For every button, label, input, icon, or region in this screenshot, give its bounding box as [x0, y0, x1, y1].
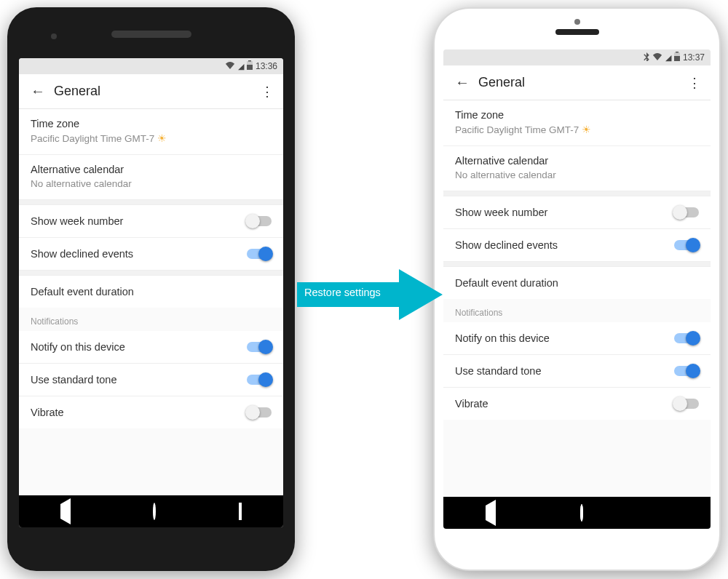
phone-frame-left: ◢ 13:36 ← General ⋮ Time zone Pacific Da… [7, 7, 295, 571]
page-title: General [478, 75, 686, 90]
section-gap [443, 261, 711, 267]
nav-back-icon[interactable] [486, 506, 496, 521]
battery-icon [247, 60, 253, 72]
setting-title: Show declined events [455, 239, 558, 251]
nav-home-icon[interactable] [580, 506, 583, 521]
setting-value: Pacific Daylight Time GMT-7 ☀ [31, 132, 272, 144]
toggle-vibrate[interactable] [674, 399, 699, 409]
wifi-icon [225, 61, 235, 71]
setting-title: Notify on this device [31, 341, 125, 353]
setting-standard-tone[interactable]: Use standard tone [19, 364, 283, 396]
wifi-icon [652, 52, 662, 63]
restore-arrow: Restore settings [290, 269, 443, 320]
nav-home-icon[interactable] [153, 504, 156, 519]
sun-icon: ☀ [157, 133, 167, 144]
phone-frame-right: ◢ 13:37 ← General ⋮ Time zone Pacific Da… [433, 7, 721, 571]
section-header-notifications: Notifications [19, 308, 283, 331]
toggle-standard-tone[interactable] [674, 366, 699, 376]
nav-bar [443, 497, 711, 529]
back-icon[interactable]: ← [451, 74, 474, 91]
toggle-vibrate[interactable] [247, 407, 272, 418]
setting-title: Show week number [455, 207, 547, 218]
setting-timezone[interactable]: Time zone Pacific Daylight Time GMT-7 ☀ [443, 100, 711, 145]
setting-title: Vibrate [455, 398, 488, 410]
speaker-grille [555, 29, 599, 35]
toggle-week-number[interactable] [674, 207, 699, 217]
setting-title: Default event duration [31, 286, 272, 298]
speaker-grille [111, 31, 191, 38]
setting-title: Alternative calendar [455, 155, 699, 167]
app-bar: ← General ⋮ [443, 65, 711, 100]
cell-signal-icon: ◢ [238, 62, 244, 71]
page-title: General [54, 84, 258, 99]
status-bar: ◢ 13:37 [443, 49, 711, 65]
settings-list[interactable]: Time zone Pacific Daylight Time GMT-7 ☀ … [443, 100, 711, 497]
status-bar: ◢ 13:36 [19, 58, 283, 74]
toggle-week-number[interactable] [247, 216, 272, 226]
svg-rect-2 [248, 60, 251, 62]
setting-title: Show declined events [31, 248, 133, 260]
toggle-notify-device[interactable] [674, 333, 699, 343]
svg-rect-5 [676, 52, 678, 53]
setting-title: Show week number [31, 215, 123, 227]
section-gap [19, 199, 283, 205]
front-camera [51, 33, 57, 39]
setting-declined-events[interactable]: Show declined events [19, 238, 283, 270]
section-gap [19, 270, 283, 276]
toggle-notify-device[interactable] [247, 342, 272, 352]
section-header-notifications: Notifications [443, 299, 711, 322]
setting-title: Use standard tone [455, 365, 542, 377]
setting-alt-calendar[interactable]: Alternative calendar No alternative cale… [19, 155, 283, 199]
front-camera [574, 19, 580, 25]
settings-list[interactable]: Time zone Pacific Daylight Time GMT-7 ☀ … [19, 109, 283, 495]
setting-notify-device[interactable]: Notify on this device [19, 331, 283, 363]
app-bar: ← General ⋮ [19, 74, 283, 109]
arrow-label: Restore settings [304, 287, 381, 298]
overflow-menu-icon[interactable]: ⋮ [686, 75, 703, 91]
toggle-declined-events[interactable] [247, 249, 272, 259]
overflow-menu-icon[interactable]: ⋮ [258, 84, 276, 100]
section-gap [443, 191, 711, 196]
nav-back-icon[interactable] [60, 504, 71, 519]
setting-value: No alternative calendar [31, 178, 272, 189]
battery-icon [674, 52, 680, 63]
setting-notify-device[interactable]: Notify on this device [443, 322, 711, 354]
status-time: 13:37 [683, 52, 705, 63]
bluetooth-icon [644, 52, 649, 63]
toggle-declined-events[interactable] [674, 240, 699, 250]
status-time: 13:36 [256, 61, 277, 71]
svg-rect-1 [247, 65, 253, 70]
setting-value: No alternative calendar [455, 169, 699, 180]
setting-title: Use standard tone [31, 374, 117, 386]
setting-default-duration[interactable]: Default event duration [443, 267, 711, 299]
setting-timezone[interactable]: Time zone Pacific Daylight Time GMT-7 ☀ [19, 109, 283, 154]
setting-week-number[interactable]: Show week number [19, 205, 283, 237]
toggle-standard-tone[interactable] [247, 375, 272, 385]
setting-vibrate[interactable]: Vibrate [19, 396, 283, 428]
nav-recent-icon[interactable] [239, 504, 242, 519]
setting-standard-tone[interactable]: Use standard tone [443, 355, 711, 387]
cell-signal-icon: ◢ [665, 53, 671, 63]
screen-right: ◢ 13:37 ← General ⋮ Time zone Pacific Da… [443, 49, 711, 529]
setting-title: Notify on this device [455, 332, 550, 344]
screen-left: ◢ 13:36 ← General ⋮ Time zone Pacific Da… [19, 58, 283, 527]
setting-title: Time zone [31, 118, 272, 129]
setting-default-duration[interactable]: Default event duration [19, 276, 283, 308]
nav-bar [19, 495, 283, 527]
setting-title: Time zone [455, 109, 699, 121]
setting-vibrate[interactable]: Vibrate [443, 388, 711, 420]
svg-rect-4 [674, 56, 680, 61]
setting-value: Pacific Daylight Time GMT-7 ☀ [455, 124, 699, 135]
setting-alt-calendar[interactable]: Alternative calendar No alternative cale… [443, 146, 711, 191]
back-icon[interactable]: ← [26, 83, 50, 100]
setting-title: Vibrate [31, 407, 64, 418]
setting-week-number[interactable]: Show week number [443, 196, 711, 228]
setting-title: Alternative calendar [31, 164, 272, 175]
setting-title: Default event duration [455, 277, 699, 289]
setting-declined-events[interactable]: Show declined events [443, 229, 711, 261]
sun-icon: ☀ [582, 124, 591, 135]
